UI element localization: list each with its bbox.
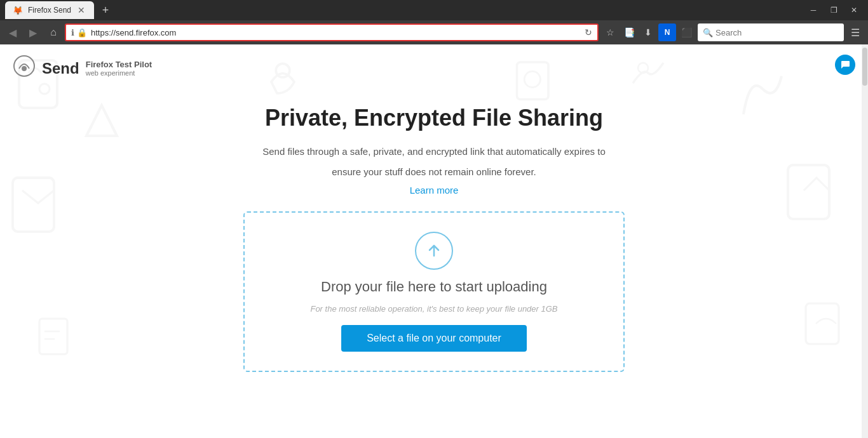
search-input[interactable] — [715, 28, 839, 37]
address-bar[interactable]: ℹ 🔒 ↻ — [65, 23, 599, 41]
info-icon: ℹ — [71, 28, 74, 37]
page-content: Send Firefox Test Pilot web experiment P… — [0, 44, 868, 438]
upload-drop-text: Drop your file here to start uploading — [321, 279, 547, 295]
back-button[interactable]: ◀ — [4, 23, 22, 41]
screenshots-button[interactable]: ⬛ — [677, 23, 695, 41]
chat-icon — [840, 60, 850, 70]
chat-button[interactable] — [835, 55, 855, 75]
browser-chrome: 🦊 Firefox Send ✕ + ─ ❒ ✕ ◀ ▶ ⌂ ℹ 🔒 ↻ ☆ 📑 — [0, 0, 868, 44]
browser-tab[interactable]: 🦊 Firefox Send ✕ — [5, 1, 94, 19]
upload-sub-text: For the most reliable operation, it's be… — [310, 304, 557, 314]
search-bar[interactable]: 🔍 — [698, 23, 844, 41]
upload-arrow-icon — [415, 232, 453, 270]
upload-box: Drop your file here to start uploading F… — [243, 211, 625, 372]
menu-button[interactable]: ☰ — [846, 23, 864, 41]
nav-right-buttons: ☆ 📑 ⬇ N ⬛ — [601, 23, 695, 41]
logo-text: Firefox Test Pilot web experiment — [86, 60, 153, 77]
home-button[interactable]: ⌂ — [44, 23, 62, 41]
lock-icon: 🔒 — [77, 28, 87, 37]
select-file-button[interactable]: Select a file on your computer — [341, 325, 527, 352]
window-controls: ─ ❒ ✕ — [804, 1, 863, 19]
refresh-button[interactable]: ↻ — [585, 27, 592, 37]
title-bar: 🦊 Firefox Send ✕ + ─ ❒ ✕ — [0, 0, 868, 20]
logo-experiment: web experiment — [86, 69, 153, 77]
maximize-button[interactable]: ❒ — [825, 1, 843, 19]
send-logo-svg — [13, 55, 36, 77]
bookmark-button[interactable]: ☆ — [601, 23, 619, 41]
main-description-line2: ensure your stuff does not remain online… — [13, 164, 855, 180]
close-button[interactable]: ✕ — [845, 1, 863, 19]
tab-title: Firefox Send — [28, 6, 71, 15]
title-bar-left: 🦊 Firefox Send ✕ + — [5, 1, 114, 19]
tab-favicon: 🦊 — [13, 6, 23, 15]
main-content: Private, Encrypted File Sharing Send fil… — [0, 92, 868, 372]
logo-name: Send — [42, 60, 79, 77]
logo-icon — [13, 55, 36, 82]
search-icon: 🔍 — [703, 28, 713, 37]
logo-area: Send Firefox Test Pilot web experiment — [13, 55, 152, 82]
new-tab-button[interactable]: + — [97, 1, 114, 19]
logo-pilot: Firefox Test Pilot — [86, 60, 153, 69]
svg-point-13 — [22, 66, 27, 71]
minimize-button[interactable]: ─ — [804, 1, 822, 19]
upload-arrow-svg — [425, 242, 443, 260]
learn-more-link[interactable]: Learn more — [410, 185, 459, 196]
tab-close-button[interactable]: ✕ — [76, 5, 86, 15]
forward-button[interactable]: ▶ — [24, 23, 42, 41]
address-input[interactable] — [91, 28, 581, 37]
main-description-line1: Send files through a safe, private, and … — [13, 144, 855, 159]
bookmarks-panel-button[interactable]: 📑 — [620, 23, 638, 41]
main-title: Private, Encrypted File Sharing — [13, 105, 855, 131]
pocket-button[interactable]: N — [658, 23, 676, 41]
page-header: Send Firefox Test Pilot web experiment — [0, 44, 868, 92]
address-bar-icons: ℹ 🔒 — [71, 28, 87, 37]
nav-bar: ◀ ▶ ⌂ ℹ 🔒 ↻ ☆ 📑 ⬇ N ⬛ 🔍 ☰ — [0, 20, 868, 44]
download-button[interactable]: ⬇ — [639, 23, 657, 41]
